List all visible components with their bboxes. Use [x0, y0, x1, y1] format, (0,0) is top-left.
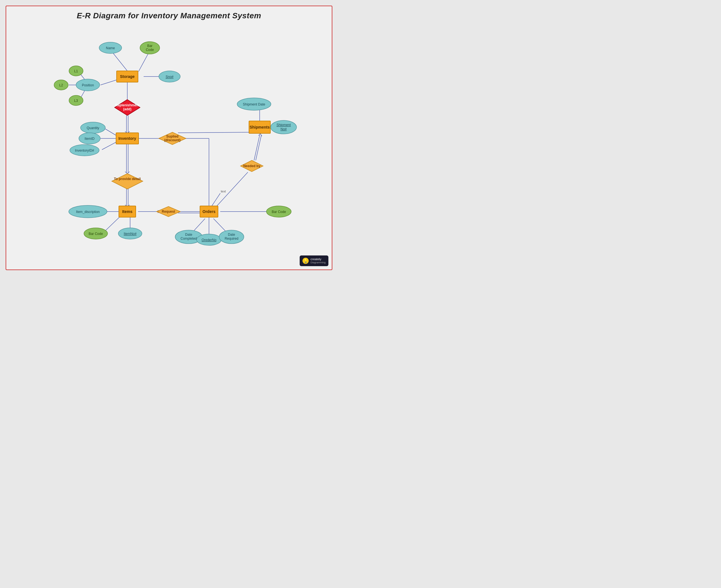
attr-l3: L3: [69, 96, 83, 105]
attr-l1: L1: [69, 66, 83, 76]
svg-line-39: [254, 135, 260, 160]
svg-text:(discount): (discount): [164, 138, 181, 142]
svg-text:Shipment: Shipment: [277, 123, 291, 127]
attr-orderno: OrederNo: [197, 234, 221, 245]
canvas: E-R Diagram for Inventory Management Sys…: [6, 6, 332, 270]
svg-text:Item_discription: Item_discription: [76, 210, 100, 214]
svg-text:ItemNo#: ItemNo#: [124, 232, 137, 236]
svg-text:Bar Code: Bar Code: [89, 232, 103, 236]
svg-text:Required: Required: [225, 237, 239, 240]
attr-quantity: Quantity: [81, 122, 105, 133]
entity-storage: Storage: [117, 71, 138, 82]
logo-subtext: Diagramming: [311, 261, 325, 265]
svg-text:L1: L1: [74, 69, 78, 73]
attr-barcode-orders: Bar Code: [266, 206, 291, 217]
attr-position: Position: [76, 79, 100, 91]
creately-logo: 💡 creately Diagramming: [300, 255, 328, 266]
svg-marker-65: [112, 173, 143, 189]
svg-text:Date: Date: [185, 233, 192, 237]
svg-text:Completed: Completed: [181, 237, 197, 240]
svg-text:Replenishment: Replenishment: [115, 103, 139, 107]
svg-text:L3: L3: [74, 99, 78, 103]
svg-text:Shipment Date: Shipment Date: [243, 102, 265, 106]
svg-line-3: [101, 80, 117, 85]
svg-text:Bar Code: Bar Code: [272, 210, 286, 214]
logo-text: creately Diagramming: [311, 257, 325, 265]
svg-text:ItemID: ItemID: [84, 137, 95, 141]
svg-text:Storage: Storage: [120, 74, 135, 79]
svg-line-40: [256, 135, 261, 160]
svg-text:Date: Date: [228, 233, 235, 237]
svg-text:Needed by: Needed by: [243, 164, 261, 168]
svg-text:Items: Items: [122, 209, 133, 214]
svg-line-47: [214, 218, 227, 233]
svg-line-38: [217, 172, 248, 206]
svg-text:(add): (add): [123, 107, 131, 111]
attr-shipmentdate: Shipment Date: [237, 98, 271, 110]
svg-text:InventoryID#: InventoryID#: [75, 149, 94, 152]
entity-inventory: Inventory: [116, 133, 139, 144]
logo-bulb-icon: 💡: [302, 258, 309, 264]
entity-shipments: Shipments: [249, 121, 271, 133]
svg-line-23: [125, 172, 127, 173]
attr-l2: L2: [54, 80, 68, 90]
relation-replenishment: Replenishment (add): [115, 100, 140, 115]
svg-text:Bar: Bar: [147, 44, 153, 48]
attr-itemno: ItemNo#: [118, 228, 142, 239]
svg-text:Suplied: Suplied: [166, 134, 178, 139]
attr-inventoryid: InventoryID#: [70, 145, 99, 156]
relation-supplied: Suplied (discount): [159, 132, 186, 145]
svg-text:Position: Position: [82, 83, 94, 87]
svg-line-18: [178, 132, 251, 133]
svg-text:Request: Request: [162, 210, 175, 213]
relation-neededby: Needed by: [241, 160, 263, 172]
svg-text:Code: Code: [146, 48, 154, 52]
svg-text:No#: No#: [281, 127, 287, 131]
entity-items: Items: [119, 206, 136, 217]
svg-line-43: [105, 217, 120, 231]
relation-toprovide: To provide detail: [112, 173, 143, 189]
entity-orders: Orders: [200, 206, 218, 217]
svg-text:OrederNo: OrederNo: [202, 238, 217, 242]
attr-daterequired: Date Required: [219, 230, 244, 244]
attr-itemdesc: Item_discription: [69, 205, 107, 218]
svg-line-24: [127, 172, 129, 173]
attr-name: Name: [99, 42, 122, 54]
attr-barcode-items: Bar Code: [84, 228, 107, 239]
text-label: text: [221, 190, 226, 193]
svg-line-41: [259, 134, 260, 135]
svg-line-48: [212, 193, 220, 206]
attr-itemid: ItemID: [79, 133, 100, 144]
attr-barcode-storage: Bar Code: [140, 42, 160, 54]
svg-text:To provide detail: To provide detail: [114, 177, 141, 181]
svg-text:Orders: Orders: [202, 209, 216, 214]
attr-sno: Sno#: [159, 71, 180, 82]
svg-text:Name: Name: [106, 46, 115, 50]
svg-text:Inventory: Inventory: [118, 136, 136, 141]
svg-text:Quantity: Quantity: [87, 126, 99, 130]
er-diagram: Storage Inventory Items Orders Shipments…: [6, 6, 332, 270]
attr-shipmentno: Shipment No#: [271, 121, 297, 134]
svg-text:L2: L2: [59, 83, 63, 87]
svg-text:Shipments: Shipments: [249, 125, 270, 129]
relation-request: Request: [157, 207, 180, 217]
svg-text:Sno#: Sno#: [166, 75, 174, 79]
